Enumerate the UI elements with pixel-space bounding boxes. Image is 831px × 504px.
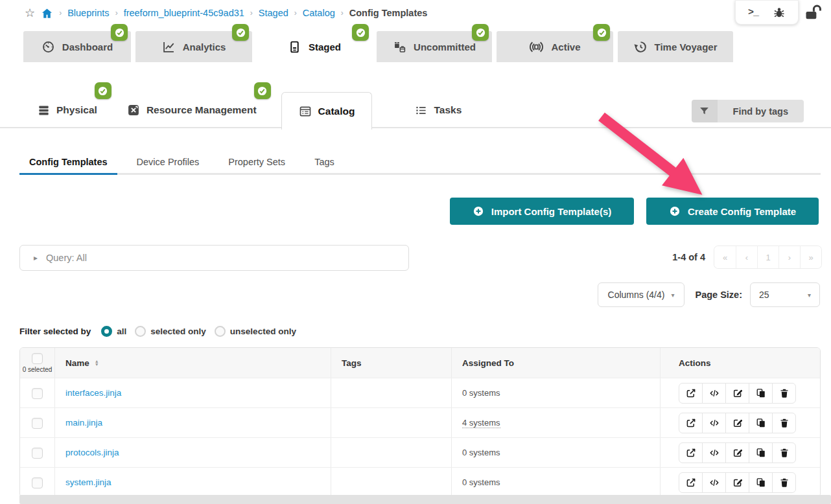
- view-controls: Columns (4/4) ▾ Page Size: 25 ▾: [598, 282, 820, 307]
- tab-device-profiles[interactable]: Device Profiles: [127, 153, 209, 175]
- share-icon: [686, 477, 696, 488]
- page-number-button[interactable]: 1: [757, 246, 778, 268]
- name-cell: main.jinja: [55, 408, 331, 437]
- view-code-button[interactable]: [702, 442, 726, 463]
- name-cell: system.jinja: [55, 468, 331, 497]
- breadcrumb-blueprint-name[interactable]: freeform_blueprint-45c9ad31: [124, 8, 244, 18]
- tab-tags[interactable]: Tags: [305, 153, 344, 175]
- radio-selected-icon[interactable]: [101, 326, 112, 337]
- trash-icon: [779, 448, 790, 458]
- find-by-tags-button[interactable]: Find by tags: [692, 100, 804, 122]
- template-name-link[interactable]: system.jinja: [65, 477, 111, 487]
- template-name-link[interactable]: interfaces.jinja: [65, 388, 121, 398]
- header-name[interactable]: Name ▲▼: [55, 348, 331, 378]
- lock-open-icon[interactable]: [804, 4, 822, 22]
- row-checkbox[interactable]: [32, 448, 43, 459]
- status-check-badge: [352, 24, 369, 41]
- tags-cell: [331, 438, 452, 467]
- tab-active[interactable]: Active: [497, 31, 613, 62]
- table-header-row: 0 selected Name ▲▼ Tags Assigned To Acti…: [20, 348, 820, 378]
- subtab-tasks[interactable]: Tasks: [414, 92, 463, 128]
- favorite-star-icon[interactable]: ☆: [25, 6, 35, 20]
- chevron-down-icon: ▾: [671, 292, 674, 299]
- clone-button[interactable]: [749, 472, 773, 493]
- first-page-button[interactable]: «: [714, 246, 736, 268]
- subtab-catalog[interactable]: Catalog: [281, 92, 373, 130]
- delete-button[interactable]: [772, 442, 796, 463]
- history-icon: [634, 40, 648, 54]
- row-checkbox[interactable]: [32, 477, 43, 488]
- breadcrumb-catalog[interactable]: Catalog: [303, 8, 335, 18]
- view-code-button[interactable]: [702, 383, 726, 404]
- tab-dashboard[interactable]: Dashboard: [23, 31, 131, 62]
- tab-uncommitted[interactable]: Uncommitted: [377, 31, 492, 62]
- last-page-button[interactable]: »: [800, 246, 821, 268]
- breadcrumb: ☆ › Blueprints › freeform_blueprint-45c9…: [25, 5, 427, 21]
- breadcrumb-separator-icon: ›: [341, 8, 344, 17]
- delete-button[interactable]: [772, 383, 796, 404]
- edit-button[interactable]: [725, 413, 749, 433]
- next-page-button[interactable]: ›: [778, 246, 800, 268]
- edit-button[interactable]: [725, 472, 749, 493]
- tab-property-sets[interactable]: Property Sets: [218, 153, 295, 175]
- query-builder[interactable]: ▸ Query: All: [19, 245, 409, 271]
- row-checkbox[interactable]: [32, 418, 43, 429]
- delete-button[interactable]: [772, 472, 796, 493]
- horizontal-scrollbar[interactable]: [19, 495, 831, 504]
- export-button[interactable]: [679, 413, 703, 433]
- tab-time-voyager[interactable]: Time Voyager: [618, 31, 733, 62]
- delete-button[interactable]: [772, 413, 796, 433]
- subtab-tasks-label: Tasks: [434, 104, 462, 116]
- row-checkbox[interactable]: [32, 388, 43, 399]
- actions-cell: [661, 468, 821, 497]
- main-tab-bar: Dashboard Analytics Staged Uncommitted A…: [23, 31, 733, 62]
- edit-icon: [732, 388, 743, 398]
- export-button[interactable]: [679, 442, 703, 463]
- tab-time-voyager-label: Time Voyager: [655, 41, 718, 52]
- subtab-physical[interactable]: Physical: [36, 92, 99, 128]
- view-code-button[interactable]: [702, 413, 726, 433]
- bug-icon[interactable]: [773, 6, 786, 19]
- tab-config-templates[interactable]: Config Templates: [19, 153, 117, 175]
- subtab-resource-management[interactable]: Resource Management: [126, 92, 258, 128]
- edit-icon: [732, 477, 743, 488]
- create-config-template-button[interactable]: Create Config Template: [646, 198, 819, 225]
- radio-option-unselected-only[interactable]: unselected only: [215, 326, 296, 337]
- radio-option-all[interactable]: all: [101, 326, 126, 337]
- columns-dropdown[interactable]: Columns (4/4) ▾: [598, 282, 685, 307]
- edit-button[interactable]: [725, 383, 749, 404]
- breadcrumb-staged[interactable]: Staged: [259, 8, 288, 18]
- tab-active-label: Active: [551, 41, 580, 52]
- template-name-link[interactable]: protocols.jinja: [65, 448, 119, 457]
- page-size-dropdown[interactable]: 25 ▾: [750, 282, 820, 307]
- radio-unselected-icon[interactable]: [135, 326, 146, 337]
- template-name-link[interactable]: main.jinja: [65, 418, 102, 428]
- radio-unselected-icon[interactable]: [215, 326, 226, 337]
- trash-icon: [779, 418, 790, 428]
- assigned-count: 0 systems: [462, 477, 500, 487]
- breadcrumb-blueprints[interactable]: Blueprints: [67, 8, 109, 18]
- sort-icon[interactable]: ▲▼: [95, 360, 99, 366]
- status-check-badge: [111, 24, 128, 41]
- assigned-cell: 0 systems: [452, 438, 661, 467]
- radio-option-selected-only[interactable]: selected only: [135, 326, 206, 337]
- tab-staged[interactable]: Staged: [257, 31, 372, 62]
- header-name-label: Name: [65, 358, 89, 368]
- import-config-template-label: Import Config Template(s): [491, 206, 612, 217]
- select-all-checkbox[interactable]: [32, 353, 43, 364]
- edit-icon: [732, 418, 743, 428]
- edit-button[interactable]: [725, 442, 749, 463]
- export-button[interactable]: [679, 472, 703, 493]
- tab-analytics[interactable]: Analytics: [135, 31, 252, 62]
- clone-button[interactable]: [749, 442, 773, 463]
- home-icon[interactable]: [41, 7, 53, 19]
- clone-button[interactable]: [749, 383, 773, 404]
- view-code-button[interactable]: [702, 472, 726, 493]
- import-config-template-button[interactable]: Import Config Template(s): [450, 198, 634, 225]
- export-button[interactable]: [679, 383, 703, 404]
- terminal-icon[interactable]: >_: [748, 7, 758, 18]
- assigned-count-link[interactable]: 4 systems: [462, 418, 500, 428]
- code-icon: [709, 448, 720, 458]
- clone-button[interactable]: [749, 413, 773, 433]
- prev-page-button[interactable]: ‹: [736, 246, 757, 268]
